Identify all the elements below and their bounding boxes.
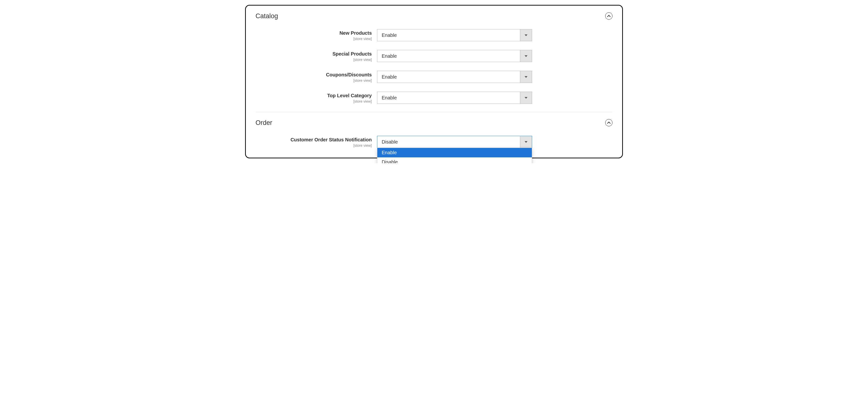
label-col: Top Level Category [store view]	[255, 92, 372, 103]
order-rows: Customer Order Status Notification [stor…	[255, 136, 613, 148]
label-col: Special Products [store view]	[255, 50, 372, 62]
select-coupons-discounts[interactable]: Enable	[377, 71, 532, 83]
select-value[interactable]: Enable	[377, 71, 532, 83]
field-label: Special Products	[255, 51, 372, 57]
collapse-button-order[interactable]	[605, 119, 613, 126]
dropdown-list: Enable Disable	[377, 148, 532, 163]
row-customer-order-status: Customer Order Status Notification [stor…	[255, 136, 613, 148]
chevron-up-icon	[607, 15, 611, 19]
label-col: Customer Order Status Notification [stor…	[255, 136, 372, 147]
collapse-button-catalog[interactable]	[605, 12, 613, 20]
section-title-catalog: Catalog	[255, 12, 613, 20]
select-top-level-category[interactable]: Enable	[377, 92, 532, 104]
dropdown-option-disable[interactable]: Disable	[377, 158, 532, 163]
select-customer-order-status[interactable]: Disable Enable Disable	[377, 136, 532, 148]
select-new-products[interactable]: Enable	[377, 29, 532, 41]
scope-label: [store view]	[255, 78, 372, 82]
select-value[interactable]: Enable	[377, 92, 532, 104]
select-value[interactable]: Disable	[377, 136, 532, 148]
section-title-order: Order	[255, 119, 613, 126]
scope-label: [store view]	[255, 57, 372, 62]
catalog-rows: New Products [store view] Enable Special…	[255, 29, 613, 104]
label-col: New Products [store view]	[255, 29, 372, 41]
scope-label: [store view]	[255, 143, 372, 147]
select-value[interactable]: Enable	[377, 29, 532, 41]
label-col: Coupons/Discounts [store view]	[255, 71, 372, 82]
section-catalog: Catalog New Products [store view] Enable…	[255, 12, 613, 104]
scope-label: [store view]	[255, 99, 372, 103]
select-special-products[interactable]: Enable	[377, 50, 532, 62]
dropdown-option-enable[interactable]: Enable	[377, 148, 532, 158]
field-label: New Products	[255, 30, 372, 36]
row-special-products: Special Products [store view] Enable	[255, 50, 613, 62]
select-value[interactable]: Enable	[377, 50, 532, 62]
config-panel: Catalog New Products [store view] Enable…	[245, 5, 623, 158]
field-label: Customer Order Status Notification	[255, 137, 372, 143]
scope-label: [store view]	[255, 37, 372, 41]
row-new-products: New Products [store view] Enable	[255, 29, 613, 41]
field-label: Coupons/Discounts	[255, 72, 372, 78]
field-label: Top Level Category	[255, 93, 372, 99]
row-coupons-discounts: Coupons/Discounts [store view] Enable	[255, 71, 613, 83]
row-top-level-category: Top Level Category [store view] Enable	[255, 92, 613, 104]
chevron-up-icon	[607, 122, 611, 125]
section-order: Order Customer Order Status Notification…	[255, 112, 613, 148]
